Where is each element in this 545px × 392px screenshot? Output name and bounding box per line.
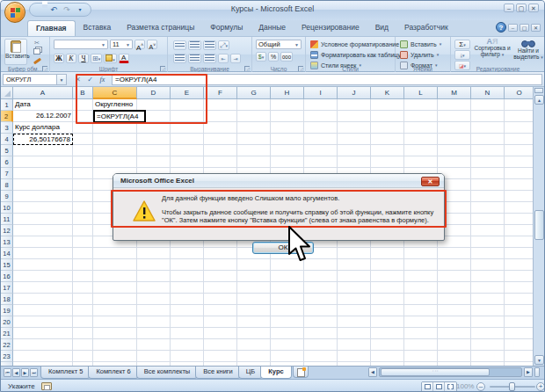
row-header-2[interactable]: 2 xyxy=(1,111,13,122)
column-header-N[interactable]: N xyxy=(471,87,505,99)
fill-color-button[interactable]: ▾ xyxy=(104,54,117,63)
name-box-dropdown-icon[interactable]: ▼ xyxy=(57,74,67,85)
tab-page-layout[interactable]: Разметка страницы xyxy=(119,20,202,36)
cell-A1[interactable]: Дата xyxy=(13,99,73,111)
tab-view[interactable]: Вид xyxy=(367,20,396,36)
insert-worksheet-button[interactable] xyxy=(293,367,309,378)
grow-font-button[interactable]: А˄ xyxy=(134,40,145,49)
vertical-scroll-thumb[interactable] xyxy=(534,210,544,240)
clipboard-dialog-launcher-icon[interactable]: ◿ xyxy=(42,66,47,71)
column-header-A[interactable]: A xyxy=(13,87,73,99)
number-dialog-launcher-icon[interactable]: ◿ xyxy=(298,66,303,71)
tab-insert[interactable]: Вставка xyxy=(76,20,120,36)
align-center-button[interactable] xyxy=(188,54,201,63)
row-header-19[interactable]: 19 xyxy=(1,305,13,316)
prev-sheet-icon[interactable]: ◀ xyxy=(12,368,20,377)
alignment-dialog-launcher-icon[interactable]: ◿ xyxy=(244,66,250,71)
conditional-formatting-button[interactable]: Условное форматирование▾ xyxy=(310,39,406,49)
row-header-3[interactable]: 3 xyxy=(1,122,13,134)
hscroll-right-icon[interactable]: ▶ xyxy=(524,367,533,377)
tab-review[interactable]: Рецензирование xyxy=(294,20,367,36)
orientation-button[interactable]: ⤢▾ xyxy=(218,40,229,50)
row-header-7[interactable]: 7 xyxy=(1,168,13,179)
sheet-tab-komplekt-6[interactable]: Комплект 6 xyxy=(88,367,138,379)
column-header-O[interactable]: O xyxy=(505,87,534,99)
workbook-minimize-button[interactable]: – xyxy=(508,24,518,32)
row-header-12[interactable]: 12 xyxy=(1,225,13,236)
next-sheet-icon[interactable]: ▶ xyxy=(21,368,29,377)
sheet-tab-komplekt-5[interactable]: Комплект 5 xyxy=(40,367,91,379)
row-header-15[interactable]: 15 xyxy=(1,259,13,271)
sort-filter-button[interactable]: АЯ Сортировка и фильтр ▾ xyxy=(474,39,511,58)
office-button[interactable] xyxy=(4,2,25,23)
column-header-M[interactable]: M xyxy=(438,87,471,99)
select-all-corner[interactable] xyxy=(1,87,13,99)
sheet-tab-kurs[interactable]: Курс xyxy=(260,367,291,379)
font-name-combo[interactable]: ▼ xyxy=(54,40,108,49)
copy-icon[interactable] xyxy=(31,48,43,55)
italic-button[interactable]: К xyxy=(66,54,76,63)
sheet-tab-vse-knigi[interactable]: Все книги xyxy=(195,367,241,379)
column-header-J[interactable]: J xyxy=(338,87,371,99)
column-header-G[interactable]: G xyxy=(237,87,271,99)
row-header-6[interactable]: 6 xyxy=(1,156,13,168)
border-button[interactable]: ⊞▾ xyxy=(91,54,102,63)
tab-data[interactable]: Данные xyxy=(251,20,294,36)
row-header-17[interactable]: 17 xyxy=(1,282,13,294)
autosum-button[interactable]: Σ▾ xyxy=(454,40,470,49)
font-size-combo[interactable]: 11▼ xyxy=(110,40,133,49)
align-right-button[interactable] xyxy=(203,54,216,63)
format-painter-icon[interactable] xyxy=(31,57,43,64)
row-header-16[interactable]: 16 xyxy=(1,271,13,282)
cell-A4[interactable]: 26,50176678 xyxy=(13,134,73,145)
row-header-14[interactable]: 14 xyxy=(1,248,13,259)
column-header-I[interactable]: I xyxy=(304,87,338,99)
cell-A2[interactable]: 26.12.2007 xyxy=(13,111,73,122)
row-header-8[interactable]: 8 xyxy=(1,179,13,191)
row-header-22[interactable]: 22 xyxy=(1,339,13,351)
align-bottom-button[interactable] xyxy=(203,40,216,50)
align-top-button[interactable] xyxy=(173,40,186,50)
row-header-10[interactable]: 10 xyxy=(1,202,13,214)
dialog-close-icon[interactable]: ✕ xyxy=(421,177,440,186)
align-middle-button[interactable] xyxy=(188,40,201,50)
tab-home[interactable]: Главная xyxy=(27,20,76,36)
percent-format-button[interactable]: % xyxy=(268,52,279,62)
tab-formulas[interactable]: Формулы xyxy=(202,20,251,36)
workbook-restore-button[interactable]: ▢ xyxy=(520,24,529,32)
first-sheet-icon[interactable]: ⏮ xyxy=(4,368,11,377)
format-as-table-button[interactable]: Форматировать как таблицу▾ xyxy=(310,49,406,60)
workbook-close-button[interactable]: ✕ xyxy=(531,24,541,32)
fill-button[interactable]: ⤓▾ xyxy=(454,50,470,60)
decrease-indent-button[interactable]: ⇤ xyxy=(218,54,229,63)
delete-cells-button[interactable]: Удалить▾ xyxy=(400,49,441,60)
row-header-21[interactable]: 21 xyxy=(1,328,13,339)
split-handle[interactable] xyxy=(534,88,543,93)
insert-cells-button[interactable]: Вставить▾ xyxy=(400,39,441,49)
normal-view-icon[interactable] xyxy=(422,382,433,392)
hscroll-left-icon[interactable]: ◀ xyxy=(368,367,377,377)
tab-developer[interactable]: Разработчик xyxy=(396,20,456,36)
font-color-button[interactable]: А xyxy=(119,54,129,63)
sheet-tab-vse-komplekty[interactable]: Все комплекты xyxy=(136,367,199,379)
name-box[interactable]: ОКРУГЛ xyxy=(3,74,57,85)
sheet-tab-cb[interactable]: ЦБ xyxy=(238,367,263,379)
minimize-button[interactable]: – xyxy=(504,4,514,12)
shrink-font-button[interactable]: А˅ xyxy=(147,40,157,49)
vertical-scrollbar[interactable]: ▲ ▼ xyxy=(533,87,544,366)
row-header-4[interactable]: 4 xyxy=(1,134,13,145)
cell-A3[interactable]: Курс доллара xyxy=(13,122,73,134)
increase-indent-button[interactable]: ⇥ xyxy=(230,54,241,63)
help-icon[interactable]: ? xyxy=(496,22,506,33)
bold-button[interactable]: Ж xyxy=(54,54,64,63)
close-button[interactable]: ✕ xyxy=(528,4,539,12)
page-break-view-icon[interactable] xyxy=(445,382,456,392)
column-header-K[interactable]: K xyxy=(371,87,404,99)
zoom-out-icon[interactable]: – xyxy=(476,382,485,391)
zoom-level[interactable]: 100% xyxy=(456,382,474,390)
font-dialog-launcher-icon[interactable]: ◿ xyxy=(160,66,165,71)
maximize-button[interactable]: ▢ xyxy=(516,4,527,12)
number-format-combo[interactable]: Общий▼ xyxy=(256,40,302,49)
column-header-H[interactable]: H xyxy=(271,87,304,99)
page-layout-view-icon[interactable] xyxy=(433,382,445,392)
